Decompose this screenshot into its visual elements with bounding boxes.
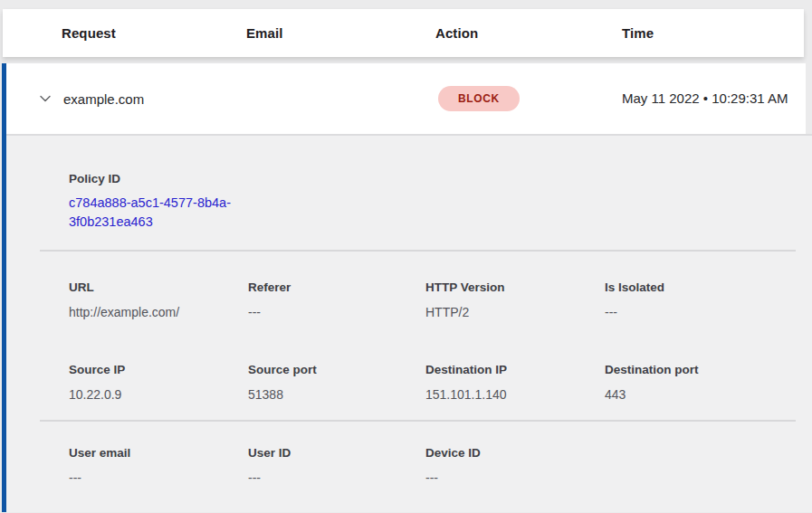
- field-value: http://example.com/: [69, 305, 248, 319]
- field-label: Source port: [248, 363, 425, 376]
- chevron-down-icon[interactable]: [38, 91, 53, 106]
- field-url: URL http://example.com/: [69, 280, 248, 319]
- detail-row-source-dest: Source IP 10.22.0.9 Source port 51388 De…: [6, 363, 812, 402]
- policy-id-link[interactable]: c784a888-a5c1-4577-8b4a-3f0b231ea463: [69, 194, 250, 232]
- field-label: HTTP Version: [425, 280, 605, 294]
- field-value: ---: [248, 470, 425, 485]
- field-label: Destination port: [605, 363, 812, 376]
- field-label: Source IP: [69, 363, 248, 376]
- request-cell: example.com: [63, 91, 438, 107]
- field-value: 443: [605, 387, 812, 402]
- field-destination-ip: Destination IP 151.101.1.140: [425, 363, 605, 402]
- policy-id-label: Policy ID: [69, 172, 812, 185]
- field-http-version: HTTP Version HTTP/2: [425, 280, 605, 319]
- detail-row-user: User email --- User ID --- Device ID ---: [6, 446, 812, 485]
- field-value: ---: [425, 470, 605, 485]
- detail-row-url: URL http://example.com/ Referer --- HTTP…: [6, 280, 812, 319]
- field-is-isolated: Is Isolated ---: [605, 280, 812, 319]
- column-header-action: Action: [435, 25, 622, 41]
- field-value: ---: [69, 470, 248, 485]
- field-value: 51388: [248, 387, 425, 402]
- log-record: example.com BLOCK May 11 2022 • 10:29:31…: [2, 63, 812, 512]
- column-header-email: Email: [246, 25, 435, 41]
- policy-id-section: Policy ID c784a888-a5c1-4577-8b4a-3f0b23…: [6, 172, 812, 232]
- field-value: 10.22.0.9: [69, 387, 248, 402]
- request-log-page: Request Email Action Time example.com BL…: [0, 0, 812, 513]
- field-label: Referer: [248, 280, 425, 294]
- section-divider: [40, 250, 796, 252]
- field-value: ---: [248, 305, 425, 319]
- field-user-email: User email ---: [69, 446, 248, 485]
- field-label: User ID: [248, 446, 425, 460]
- field-user-id: User ID ---: [248, 446, 425, 485]
- field-label: URL: [69, 280, 248, 294]
- action-cell: BLOCK: [438, 86, 622, 111]
- column-header-time: Time: [622, 25, 804, 41]
- log-row[interactable]: example.com BLOCK May 11 2022 • 10:29:31…: [6, 63, 806, 134]
- table-header: Request Email Action Time: [3, 9, 804, 57]
- field-label: Destination IP: [425, 363, 605, 376]
- field-source-ip: Source IP 10.22.0.9: [69, 363, 248, 402]
- time-cell: May 11 2022 • 10:29:31 AM: [622, 88, 799, 109]
- field-empty: [605, 446, 812, 485]
- block-status-badge: BLOCK: [438, 86, 520, 111]
- field-referer: Referer ---: [248, 280, 425, 319]
- field-label: Is Isolated: [605, 280, 812, 294]
- column-header-request: Request: [62, 25, 246, 41]
- field-device-id: Device ID ---: [425, 446, 605, 485]
- section-divider: [40, 420, 796, 422]
- field-label: User email: [69, 446, 248, 460]
- expanded-details-panel: Policy ID c784a888-a5c1-4577-8b4a-3f0b23…: [6, 134, 812, 512]
- field-label: Device ID: [425, 446, 605, 460]
- field-value: HTTP/2: [425, 305, 605, 319]
- field-value: 151.101.1.140: [425, 387, 605, 402]
- field-value: ---: [605, 305, 812, 319]
- field-source-port: Source port 51388: [248, 363, 425, 402]
- field-destination-port: Destination port 443: [605, 363, 812, 402]
